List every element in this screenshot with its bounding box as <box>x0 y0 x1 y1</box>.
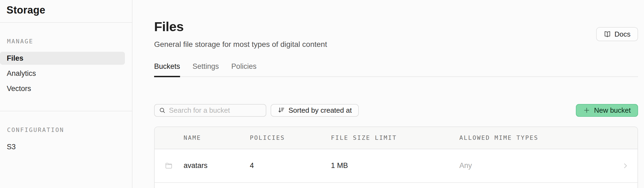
page-title: Files <box>154 20 327 34</box>
new-bucket-button-label: New bucket <box>594 106 631 115</box>
new-bucket-button[interactable]: New bucket <box>576 104 638 117</box>
column-header-policies: POLICIES <box>250 134 331 141</box>
buckets-toolbar: Sorted by created at New bucket <box>154 104 638 117</box>
sidebar-configuration-list: S3 <box>0 140 132 153</box>
sidebar-title: Storage <box>0 0 132 22</box>
divider <box>0 111 132 111</box>
cell-allowed-mime-types: Any <box>459 161 613 170</box>
sidebar-manage-list: Files Analytics Vectors <box>0 52 132 95</box>
tab-buckets[interactable]: Buckets <box>154 62 180 77</box>
sidebar-item-analytics[interactable]: Analytics <box>0 67 125 80</box>
sidebar-section-manage-label: MANAGE <box>0 38 132 45</box>
page-header: Files General file storage for most type… <box>154 20 638 49</box>
cell-policies: 4 <box>250 161 331 170</box>
book-open-icon <box>604 31 611 38</box>
sort-button-label: Sorted by created at <box>288 106 352 115</box>
sidebar-item-files[interactable]: Files <box>0 52 125 65</box>
tab-policies[interactable]: Policies <box>231 62 257 77</box>
sort-button[interactable]: Sorted by created at <box>271 104 359 117</box>
column-header-file-size-limit: FILE SIZE LIMIT <box>331 134 459 141</box>
sidebar-item-label: Vectors <box>7 85 31 93</box>
table-header-row: NAME POLICIES FILE SIZE LIMIT ALLOWED MI… <box>155 127 638 149</box>
table-row[interactable]: avatars 4 1 MB Any <box>155 149 638 183</box>
column-header-allowed-mime-types: ALLOWED MIME TYPES <box>459 134 613 141</box>
sidebar-item-label: Analytics <box>7 69 36 78</box>
folder-icon <box>155 162 184 170</box>
search-input[interactable] <box>169 106 261 115</box>
plus-icon <box>583 107 590 114</box>
docs-button[interactable]: Docs <box>596 27 638 41</box>
cell-bucket-name: avatars <box>184 161 250 170</box>
docs-button-label: Docs <box>615 30 630 38</box>
sidebar-section-configuration-label: CONFIGURATION <box>0 127 132 133</box>
sidebar-item-s3[interactable]: S3 <box>0 140 125 153</box>
sort-descending-icon <box>278 107 285 114</box>
search-icon <box>159 107 166 114</box>
tab-settings[interactable]: Settings <box>192 62 219 77</box>
sidebar-item-label: S3 <box>7 143 16 151</box>
buckets-table: NAME POLICIES FILE SIZE LIMIT ALLOWED MI… <box>154 127 638 188</box>
column-header-name: NAME <box>184 134 250 141</box>
cell-file-size-limit: 1 MB <box>331 161 459 170</box>
divider <box>0 22 132 23</box>
sidebar-item-label: Files <box>7 54 24 63</box>
page-subtitle: General file storage for most types of d… <box>154 40 327 49</box>
table-row-partial <box>155 183 638 188</box>
main-content: Files General file storage for most type… <box>132 0 644 188</box>
storage-sidebar: Storage MANAGE Files Analytics Vectors C… <box>0 0 132 188</box>
page-header-text: Files General file storage for most type… <box>154 20 327 49</box>
sidebar-item-vectors[interactable]: Vectors <box>0 82 125 95</box>
chevron-right-icon <box>622 162 629 169</box>
bucket-search[interactable] <box>154 104 266 117</box>
tab-bar: Buckets Settings Policies <box>154 62 638 77</box>
